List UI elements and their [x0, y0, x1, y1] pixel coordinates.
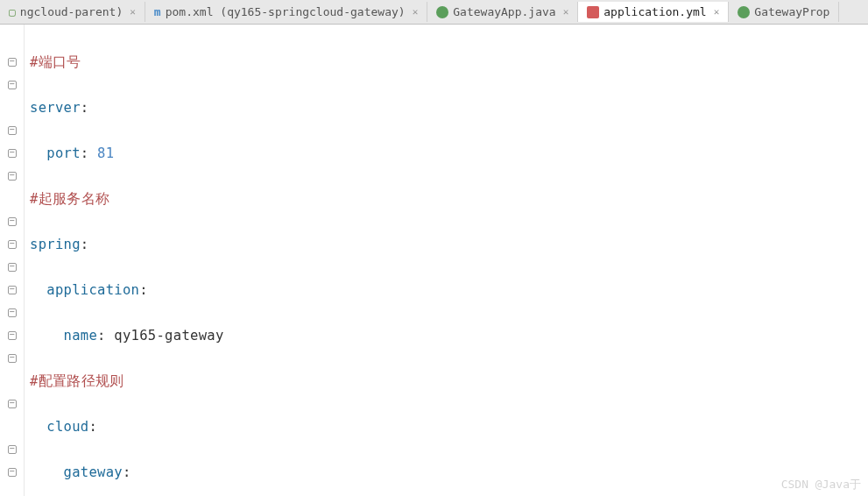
fold-icon[interactable]	[8, 81, 17, 89]
fold-icon[interactable]	[8, 217, 17, 226]
fold-icon[interactable]	[8, 286, 17, 294]
java-icon	[737, 6, 750, 18]
tab-gatewayprop[interactable]: GatewayProp	[729, 2, 839, 22]
close-icon[interactable]: ✕	[413, 6, 419, 18]
tab-label: GatewayProp	[754, 5, 829, 18]
tab-bar: ▢ ngcloud-parent) ✕ m pom.xml (qy165-spr…	[0, 0, 868, 25]
yaml-key: cloud	[46, 419, 88, 435]
yaml-icon	[587, 6, 599, 18]
fold-icon[interactable]	[8, 468, 17, 477]
code-area[interactable]: #端口号 server: port: 81 #起服务名称 spring: app…	[25, 25, 868, 496]
yaml-key: server	[30, 100, 81, 116]
yaml-value: qy165-gateway	[114, 328, 223, 344]
fold-icon[interactable]	[8, 172, 17, 181]
comment: #端口号	[30, 54, 81, 70]
fold-icon[interactable]	[8, 331, 17, 340]
fold-icon[interactable]	[8, 263, 17, 272]
comment: #配置路径规则	[30, 373, 123, 389]
fold-icon[interactable]	[8, 400, 17, 408]
close-icon[interactable]: ✕	[130, 6, 136, 18]
gutter	[0, 25, 25, 496]
tab-label: application.yml	[603, 5, 706, 18]
yaml-key: port	[46, 145, 81, 161]
tab-application-yml[interactable]: application.yml ✕	[578, 2, 729, 22]
fold-icon[interactable]	[8, 308, 17, 317]
close-icon[interactable]: ✕	[563, 6, 569, 18]
tab-label: GatewayApp.java	[453, 5, 555, 18]
yaml-key: name	[64, 328, 98, 344]
yaml-key: application	[46, 282, 139, 298]
close-icon[interactable]: ✕	[714, 6, 720, 18]
maven-icon: m	[154, 5, 161, 18]
tab-label: pom.xml (qy165-springcloud-gateway)	[166, 5, 406, 18]
fold-icon[interactable]	[8, 58, 17, 67]
comment: #起服务名称	[30, 191, 109, 207]
tab-gatewayapp[interactable]: GatewayApp.java ✕	[427, 2, 578, 22]
watermark: CSDN @Java于	[781, 477, 861, 492]
module-icon: ▢	[9, 5, 16, 18]
editor-area: #端口号 server: port: 81 #起服务名称 spring: app…	[0, 25, 868, 496]
fold-icon[interactable]	[8, 354, 17, 363]
java-icon	[436, 6, 448, 18]
fold-icon[interactable]	[8, 149, 17, 158]
tab-parent[interactable]: ▢ ngcloud-parent) ✕	[0, 2, 145, 22]
yaml-value: 81	[97, 145, 114, 161]
fold-icon[interactable]	[8, 126, 17, 135]
fold-icon[interactable]	[8, 240, 17, 249]
yaml-key: gateway	[64, 464, 123, 480]
tab-label: ngcloud-parent)	[20, 5, 123, 18]
fold-icon[interactable]	[8, 445, 17, 454]
yaml-key: spring	[30, 237, 81, 252]
tab-pom[interactable]: m pom.xml (qy165-springcloud-gateway) ✕	[145, 2, 427, 22]
